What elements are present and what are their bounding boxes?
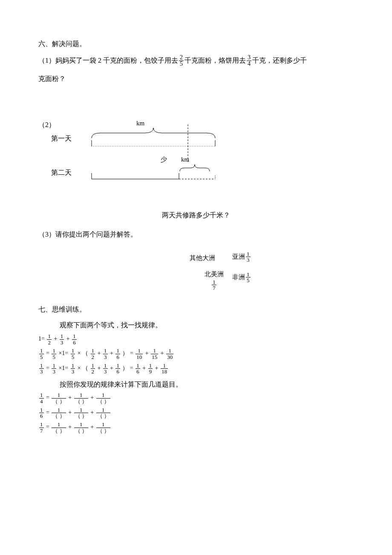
frac-den: 10 (135, 354, 143, 360)
pie-asia: 亚洲13 (232, 251, 251, 263)
pie-labels: 其他大洲 亚洲13 北美洲 17 非洲15 (158, 249, 311, 291)
frac-num: 1 (115, 363, 120, 369)
q1-frac-2: 34 (247, 55, 251, 67)
frac-num: 2 (179, 55, 184, 61)
frac-num: 1 (72, 333, 77, 340)
frac-num: 1 (74, 407, 88, 413)
q3-text: （3）请你提出两个问题并解答。 (38, 229, 354, 240)
frac-num: 1 (39, 348, 44, 354)
frac-den: 3 (52, 369, 56, 375)
blank-frac: 1（ ） (74, 392, 88, 404)
blank-frac: 1（ ） (74, 407, 88, 419)
times: × (78, 350, 81, 357)
blank-frac: 1（ ） (52, 422, 66, 434)
frac: 115 (151, 348, 158, 360)
ex-3: 17 = 1（ ） + 1（ ） + 1（ ） (38, 422, 354, 434)
frac-den: （ ） (96, 399, 110, 405)
bar-day2 (89, 172, 217, 180)
sec7-intro: 观察下面两个等式，找一找规律。 (60, 320, 354, 331)
frac-den: 3 (60, 340, 64, 346)
frac-num: 1 (96, 422, 110, 428)
frac-num: 1 (135, 363, 140, 369)
frac-lhs: 15 (39, 348, 44, 360)
frac-num: 1 (91, 348, 95, 354)
frac-den: （ ） (96, 428, 110, 434)
frac-den: 2 (91, 369, 95, 375)
eq-3: 13 = 13 ×1= 13 × （ 12 + 13 + 16 ） = 16 +… (38, 363, 354, 375)
plus: + (68, 409, 72, 416)
frac-lhs: 16 (39, 407, 44, 419)
plus: + (110, 365, 113, 371)
frac-den: 18 (161, 369, 168, 375)
lparen: （ (82, 365, 88, 371)
eq-sign: = (46, 424, 49, 430)
frac-num: 1 (96, 392, 110, 399)
eq-sign: = (46, 365, 49, 371)
ex-2: 16 = 1（ ） + 1（ ） + 1（ ） (38, 407, 354, 419)
frac: 16 (115, 363, 120, 375)
eq-sign: = (46, 350, 49, 357)
blank-frac: 1（ ） (52, 407, 66, 419)
q2-day1-label: 第一天 (51, 133, 72, 144)
plus: + (90, 424, 94, 430)
plus: + (90, 395, 94, 401)
q2-day2-label: 第二天 (51, 167, 72, 178)
frac-num: 1 (246, 272, 251, 278)
frac-num: 1 (115, 348, 120, 354)
frac-num: 1 (135, 348, 143, 354)
frac-den: 3 (103, 369, 108, 375)
plus: + (54, 335, 57, 342)
pie-other: 其他大洲 (190, 253, 215, 263)
frac-den: 5 (246, 278, 251, 283)
plus: + (98, 365, 101, 371)
q2-question: 两天共修路多少千米？ (38, 210, 354, 221)
section-6-title: 六、解决问题。 (38, 38, 354, 49)
eq-sign: = (130, 365, 133, 371)
times: × (78, 365, 81, 371)
frac: 15 (71, 348, 75, 360)
blank-frac: 1（ ） (74, 422, 88, 434)
frac-lhs: 17 (39, 422, 44, 434)
frac-den: （ ） (52, 413, 66, 419)
pie-africa-label: 非洲 (232, 273, 245, 280)
frac-num: 1 (71, 363, 75, 369)
q1-mid: 千克面粉，烙饼用去 (184, 56, 246, 64)
plus: + (66, 335, 70, 342)
frac: 130 (166, 348, 173, 360)
rparen: ） (122, 350, 128, 357)
frac-num: 1 (47, 333, 52, 340)
q1-frac-1: 25 (179, 55, 184, 67)
frac-den: 7 (212, 285, 216, 291)
frac-num: 3 (247, 55, 251, 61)
frac: 13 (103, 348, 108, 360)
frac-den: （ ） (74, 428, 88, 434)
frac-num: 1 (52, 407, 66, 413)
frac-num: 1 (39, 392, 44, 399)
frac-den: 3 (39, 369, 44, 375)
blank-frac: 1（ ） (96, 422, 110, 434)
ex-1: 14 = 1（ ） + 1（ ） + 1（ ） (38, 392, 354, 404)
frac-den: 5 (39, 354, 44, 360)
blank-frac: 1（ ） (96, 392, 110, 404)
frac-num: 1 (103, 348, 108, 354)
frac-num: 1 (39, 407, 44, 413)
plus: + (98, 350, 101, 357)
frac-num: 1 (103, 363, 108, 369)
frac-den: （ ） (96, 413, 110, 419)
frac-num: 1 (166, 348, 173, 354)
frac-den: 15 (151, 354, 158, 360)
frac-den: 3 (246, 257, 251, 263)
frac-num: 1 (39, 363, 44, 369)
q2-shao: 少 (161, 154, 167, 165)
frac-den: 9 (148, 369, 153, 375)
q1-prefix: （1）妈妈买了一袋 2 千克的面粉，包饺子用去 (38, 56, 178, 64)
frac-num: 1 (161, 363, 168, 369)
eq-sign: = (46, 395, 49, 401)
q2-number: （2） (38, 119, 55, 130)
pie-asia-frac: 13 (246, 251, 251, 263)
frac-den: （ ） (52, 428, 66, 434)
frac-den: （ ） (74, 399, 88, 405)
frac-num: 1 (60, 333, 64, 340)
frac-num: 1 (91, 363, 95, 369)
blank-frac: 1（ ） (52, 392, 66, 404)
